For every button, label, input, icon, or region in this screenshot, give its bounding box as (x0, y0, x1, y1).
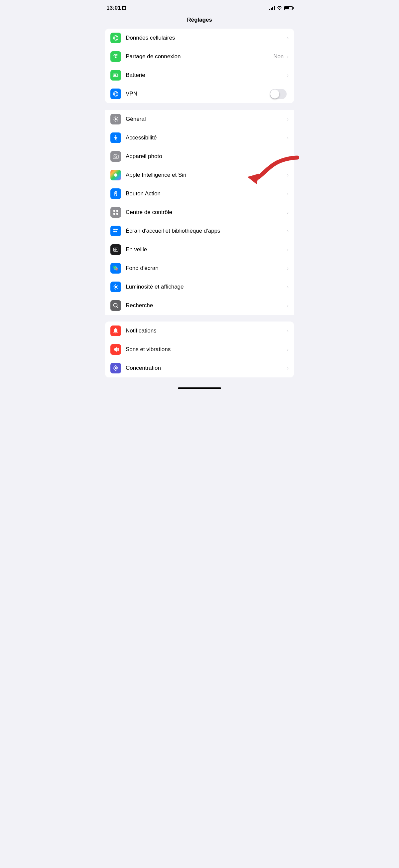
svg-point-2 (115, 57, 117, 58)
accessibility-row[interactable]: Accessibilité › (105, 128, 294, 147)
vpn-row[interactable]: VPN (105, 85, 294, 103)
display-row[interactable]: Luminosité et affichage › (105, 278, 294, 296)
notifications-label: Notifications (126, 328, 286, 334)
focus-row[interactable]: Concentration › (105, 359, 294, 377)
connectivity-section: Données cellulaires › Partage de connexi… (105, 29, 294, 103)
svg-marker-39 (114, 347, 117, 352)
svg-point-10 (115, 156, 117, 158)
svg-rect-20 (113, 229, 115, 230)
display-label: Luminosité et affichage (126, 284, 286, 290)
wallpaper-label: Fond d'écran (126, 265, 286, 272)
status-icons (269, 6, 293, 10)
apple-intelligence-icon (110, 170, 121, 180)
home-bar (178, 388, 221, 389)
svg-point-35 (115, 286, 117, 288)
action-button-icon (110, 188, 121, 199)
camera-icon (110, 151, 121, 162)
general-icon (110, 114, 121, 124)
search-label: Recherche (126, 302, 286, 309)
cellular-row[interactable]: Données cellulaires › (105, 29, 294, 47)
homescreen-icon (110, 226, 121, 236)
svg-point-38 (115, 328, 117, 329)
focus-icon (110, 363, 121, 373)
svg-rect-18 (113, 213, 115, 215)
search-row[interactable]: Recherche › (105, 296, 294, 315)
notifications-row[interactable]: Notifications › (105, 321, 294, 340)
homescreen-row[interactable]: Écran d'accueil et bibliothèque d'apps › (105, 222, 294, 240)
display-chevron: › (287, 284, 289, 289)
notifications-section: Notifications › Sons et vibrations › Con… (105, 321, 294, 377)
notifications-chevron: › (287, 328, 289, 334)
focus-label: Concentration (126, 365, 286, 371)
cellular-icon (110, 33, 121, 43)
accessibility-icon (110, 132, 121, 143)
hotspot-row[interactable]: Partage de connexion Non › (105, 47, 294, 66)
apple-intelligence-chevron: › (287, 173, 289, 178)
svg-rect-21 (115, 229, 117, 230)
battery-row[interactable]: Batterie › (105, 66, 294, 85)
wallpaper-chevron: › (287, 266, 289, 271)
general-label: Général (126, 116, 286, 122)
cellular-chevron: › (287, 35, 289, 41)
page-title: Réglages (100, 14, 299, 29)
sim-icon: ▣ (122, 6, 126, 10)
wallpaper-icon (110, 263, 121, 274)
svg-rect-19 (117, 213, 118, 215)
accessibility-label: Accessibilité (126, 134, 286, 141)
status-bar: 13:01 ▣ (100, 0, 299, 14)
search-chevron: › (287, 303, 289, 308)
notifications-icon (110, 326, 121, 336)
svg-rect-16 (113, 210, 115, 212)
hotspot-value: Non (273, 53, 284, 60)
general-row[interactable]: Général › (105, 110, 294, 128)
homescreen-chevron: › (287, 228, 289, 234)
action-button-chevron: › (287, 191, 289, 196)
svg-point-40 (115, 367, 117, 369)
vpn-icon (110, 89, 121, 99)
hotspot-icon (110, 51, 121, 62)
svg-rect-4 (118, 75, 119, 76)
standby-chevron: › (287, 247, 289, 252)
standby-row[interactable]: En veille › (105, 240, 294, 259)
svg-rect-17 (117, 210, 118, 212)
home-indicator (100, 384, 299, 392)
apple-intelligence-row[interactable]: Apple Intelligence et Siri › (105, 166, 294, 184)
svg-point-8 (115, 118, 117, 120)
standby-label: En veille (126, 246, 286, 253)
hotspot-chevron: › (287, 54, 289, 59)
apple-intelligence-label: Apple Intelligence et Siri (126, 172, 286, 178)
svg-rect-23 (113, 230, 115, 232)
accessibility-chevron: › (287, 135, 289, 141)
control-center-chevron: › (287, 210, 289, 215)
svg-point-9 (115, 135, 117, 137)
svg-line-37 (117, 307, 118, 308)
wallpaper-row[interactable]: Fond d'écran › (105, 259, 294, 278)
hotspot-label: Partage de connexion (126, 53, 273, 60)
wifi-icon (277, 6, 282, 10)
action-button-label: Bouton Action (126, 190, 286, 197)
camera-chevron: › (287, 154, 289, 159)
camera-row[interactable]: Appareil photo › (105, 147, 294, 166)
action-button-row[interactable]: Bouton Action › (105, 184, 294, 203)
standby-icon (110, 244, 121, 255)
status-time: 13:01 ▣ (106, 5, 126, 11)
control-center-icon (110, 207, 121, 218)
sounds-icon (110, 344, 121, 355)
svg-point-12 (115, 174, 117, 176)
vpn-toggle[interactable] (270, 89, 287, 99)
system-section: Général › Accessibilité › Appareil photo… (105, 110, 294, 315)
sounds-row[interactable]: Sons et vibrations › (105, 340, 294, 359)
svg-rect-24 (115, 230, 117, 232)
svg-rect-25 (113, 232, 115, 233)
battery-icon (284, 6, 293, 10)
cellular-label: Données cellulaires (126, 35, 286, 41)
battery-label: Batterie (126, 72, 286, 79)
general-chevron: › (287, 117, 289, 122)
svg-rect-26 (115, 232, 117, 233)
search-icon (110, 300, 121, 311)
focus-chevron: › (287, 366, 289, 371)
control-center-row[interactable]: Centre de contrôle › (105, 203, 294, 222)
battery-settings-icon (110, 70, 121, 81)
control-center-label: Centre de contrôle (126, 209, 286, 216)
signal-bars-icon (269, 6, 275, 10)
